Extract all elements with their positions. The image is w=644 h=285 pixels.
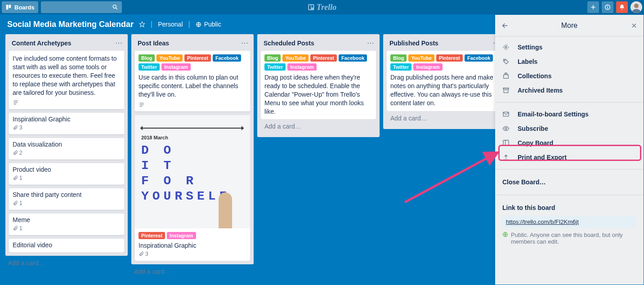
- search-input[interactable]: [41, 1, 122, 13]
- svg-rect-5: [309, 5, 311, 9]
- add-button[interactable]: [587, 1, 599, 13]
- list-title[interactable]: Content Archetypes: [12, 40, 72, 47]
- label-facebook: Facebook: [465, 54, 493, 62]
- close-icon: [631, 22, 637, 29]
- attachment-icon: [13, 150, 18, 156]
- intro-card[interactable]: Blog YouTube Pinterest Facebook Twitter …: [261, 51, 376, 119]
- menu-settings[interactable]: Settings: [495, 40, 644, 54]
- boards-label: Boards: [14, 4, 35, 11]
- label-youtube: YouTube: [282, 54, 308, 62]
- card-editorial-video[interactable]: Editorial video: [9, 239, 124, 252]
- menu-collections[interactable]: Collections: [495, 69, 644, 83]
- label-pinterest: Pinterest: [139, 232, 165, 239]
- mail-icon: [502, 111, 510, 118]
- board-title: Social Media Marketing Calendar: [7, 20, 134, 29]
- svg-point-37: [505, 128, 507, 129]
- team-label[interactable]: Personal: [158, 21, 183, 28]
- label-twitter: Twitter: [390, 63, 411, 71]
- menu-archived[interactable]: Archived Items: [495, 83, 644, 98]
- menu-copy-board[interactable]: Copy Board: [495, 136, 644, 150]
- upload-icon: [502, 154, 510, 161]
- link-note: Public. Anyone can see this board, but o…: [495, 228, 644, 249]
- svg-point-2: [113, 5, 116, 8]
- svg-rect-1: [9, 5, 11, 8]
- svg-line-3: [116, 8, 117, 9]
- menu-subscribe[interactable]: Subscribe: [495, 121, 644, 136]
- plus-icon: [590, 4, 596, 10]
- attachment-icon: [13, 226, 18, 231]
- card-data-visualization[interactable]: Data visualization 2: [9, 138, 124, 160]
- label-instagram: Instagram: [413, 63, 443, 71]
- label-instagram: Instagram: [287, 63, 317, 71]
- description-icon: [13, 99, 19, 106]
- list-post-ideas: Post Ideas ⋯ Blog YouTube Pinterest Face…: [131, 34, 254, 264]
- list-content-archetypes: Content Archetypes ⋯ I've included some …: [5, 34, 128, 256]
- card-image-inspirational[interactable]: 2018 March D O I T F O R YOURSELF Pinter…: [135, 115, 250, 261]
- attachment-icon: [13, 125, 18, 130]
- svg-point-11: [608, 6, 608, 6]
- trello-logo-icon: [308, 4, 315, 11]
- intro-card[interactable]: Blog YouTube Pinterest Facebook Twitter …: [135, 51, 250, 111]
- card-product-video[interactable]: Product video 1: [9, 163, 124, 185]
- logo[interactable]: Trello: [308, 3, 336, 12]
- label-pinterest: Pinterest: [436, 54, 463, 62]
- menu-labels[interactable]: Labels: [495, 54, 644, 69]
- list-title[interactable]: Scheduled Posts: [264, 40, 314, 47]
- card-inspirational-graphic[interactable]: Inspirational Graphic 3: [9, 113, 124, 134]
- panel-close-button[interactable]: [631, 22, 637, 29]
- card-cover-image: 2018 March D O I T F O R YOURSELF: [135, 115, 250, 228]
- avatar[interactable]: [631, 1, 642, 13]
- attachment-icon: [13, 175, 18, 181]
- list-title[interactable]: Post Ideas: [138, 40, 169, 47]
- star-button[interactable]: [139, 21, 145, 27]
- label-pinterest: Pinterest: [184, 54, 211, 62]
- description-icon: [139, 102, 145, 108]
- add-card-button[interactable]: Add a card…: [131, 264, 254, 276]
- globe-icon: [502, 232, 508, 237]
- list-menu-button[interactable]: ⋯: [367, 39, 374, 47]
- label-pinterest: Pinterest: [310, 54, 337, 62]
- label-blog: Blog: [264, 54, 281, 62]
- info-button[interactable]: [602, 1, 613, 13]
- card-share-third-party[interactable]: Share third party content 1: [9, 188, 124, 210]
- boards-button[interactable]: Boards: [2, 1, 38, 13]
- menu-print-export[interactable]: Print and Export: [495, 150, 644, 165]
- arrow-left-icon: [501, 22, 509, 29]
- notifications-button[interactable]: [616, 1, 628, 13]
- list-published-posts: Published Posts ⋯ Blog YouTube Pinterest…: [383, 34, 505, 129]
- list-menu-button[interactable]: ⋯: [115, 39, 122, 47]
- label-facebook: Facebook: [213, 54, 241, 62]
- logo-text: Trello: [317, 3, 336, 12]
- menu-close-board[interactable]: Close Board…: [495, 174, 644, 190]
- star-icon: [139, 21, 145, 27]
- svg-rect-38: [503, 140, 509, 146]
- list-menu-button[interactable]: ⋯: [241, 39, 248, 47]
- label-blog: Blog: [139, 54, 155, 62]
- menu-email[interactable]: Email-to-board Settings: [495, 107, 644, 121]
- label-instagram: Instagram: [167, 232, 196, 239]
- visibility-button[interactable]: Public: [196, 21, 221, 28]
- board-link-input[interactable]: https://trello.com/b/FI2Km6jt: [502, 216, 636, 228]
- collection-icon: [502, 72, 510, 80]
- board-menu-panel: More Settings Labels Collections Archive…: [495, 15, 644, 285]
- label-instagram: Instagram: [161, 63, 191, 71]
- add-card-button[interactable]: Add a card…: [387, 111, 502, 125]
- intro-card[interactable]: Blog YouTube Pinterest Facebook Twitter …: [387, 51, 502, 111]
- bell-icon: [619, 4, 625, 10]
- card-meme[interactable]: Meme 1: [9, 214, 124, 235]
- list-title[interactable]: Published Posts: [389, 40, 438, 47]
- add-card-button[interactable]: Add a card…: [261, 119, 376, 134]
- svg-marker-14: [139, 22, 145, 27]
- list-scheduled-posts: Scheduled Posts ⋯ Blog YouTube Pinterest…: [257, 34, 380, 137]
- panel-title: More: [561, 22, 577, 30]
- info-icon: [604, 4, 611, 10]
- add-card-button[interactable]: Add a card…: [5, 256, 128, 267]
- svg-point-29: [505, 46, 507, 48]
- attachment-icon: [13, 200, 18, 206]
- svg-rect-0: [6, 5, 9, 10]
- link-section-title: Link to this board: [495, 200, 644, 216]
- panel-back-button[interactable]: [501, 22, 509, 29]
- label-blog: Blog: [390, 54, 407, 62]
- svg-rect-34: [503, 88, 509, 89]
- intro-card[interactable]: I've included some content formats to st…: [9, 51, 124, 109]
